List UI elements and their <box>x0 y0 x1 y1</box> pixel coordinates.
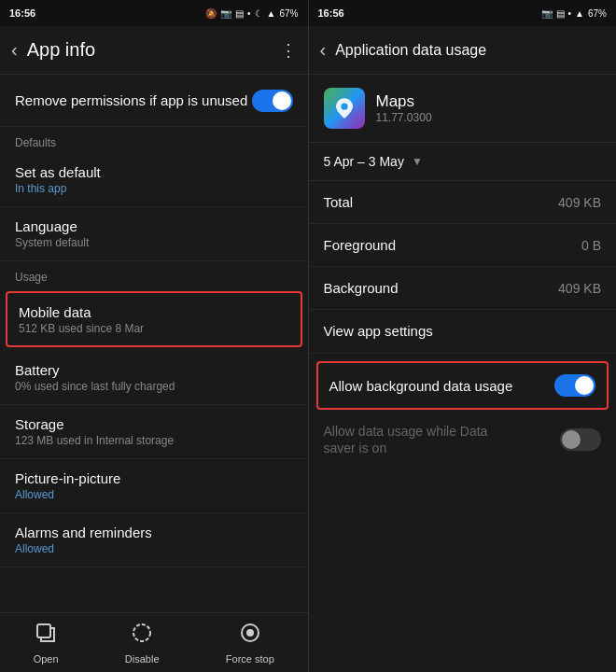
disable-nav-item[interactable]: Disable <box>125 622 160 665</box>
pip-row[interactable]: Picture-in-picture Allowed <box>0 459 308 513</box>
svg-rect-0 <box>37 624 50 637</box>
foreground-data-row: Foreground 0 B <box>309 224 617 267</box>
total-label: Total <box>324 194 354 210</box>
battery-row[interactable]: Battery 0% used since last fully charged <box>0 351 308 405</box>
app-icon <box>324 88 365 129</box>
app-header: Maps 11.77.0300 <box>309 75 617 143</box>
right-panel: 16:56 📷 ▤ • ▲ 67% ‹ Application data usa… <box>309 0 617 672</box>
allow-datasaver-toggle[interactable] <box>560 428 601 451</box>
foreground-value: 0 B <box>581 238 601 253</box>
remove-permissions-toggle[interactable] <box>252 90 293 112</box>
mobile-data-highlighted-box: Mobile data 512 KB used since 8 Mar <box>6 291 302 347</box>
left-time: 16:56 <box>9 7 35 19</box>
set-default-sub: In this app <box>15 182 101 195</box>
right-back-button[interactable]: ‹ <box>320 39 327 61</box>
storage-row[interactable]: Storage 123 MB used in Internal storage <box>0 405 308 459</box>
left-status-bar: 16:56 🔕 📷 ▤ • ☾ ▲ 67% <box>0 0 308 26</box>
disable-icon <box>131 622 153 650</box>
disable-label: Disable <box>125 653 160 665</box>
allow-bg-label: Allow background data usage <box>329 378 513 394</box>
usage-section-header: Usage <box>0 261 308 287</box>
battery-label: Battery <box>15 362 175 378</box>
force-stop-label: Force stop <box>226 653 274 665</box>
right-time: 16:56 <box>318 7 344 19</box>
foreground-label: Foreground <box>324 237 397 253</box>
remove-permissions-label: Remove permissions if app is unused <box>15 92 247 108</box>
allow-bg-highlighted-box: Allow background data usage <box>316 361 609 410</box>
storage-label: Storage <box>15 416 174 432</box>
alarms-row[interactable]: Alarms and reminders Allowed <box>0 513 308 567</box>
set-as-default-row[interactable]: Set as default In this app <box>0 153 308 207</box>
mobile-data-row[interactable]: Mobile data 512 KB used since 8 Mar <box>7 293 301 345</box>
total-data-row: Total 409 KB <box>309 181 617 224</box>
language-label: Language <box>15 218 89 234</box>
force-stop-nav-item[interactable]: Force stop <box>226 622 274 665</box>
force-stop-icon <box>239 622 261 650</box>
right-top-bar: ‹ Application data usage <box>309 26 617 75</box>
more-options-icon[interactable]: ⋮ <box>280 40 297 61</box>
background-label: Background <box>324 280 399 296</box>
open-icon <box>35 622 57 650</box>
right-status-icons: 📷 ▤ • ▲ 67% <box>541 8 607 19</box>
back-button[interactable]: ‹ <box>11 39 18 61</box>
date-range-chevron-icon: ▼ <box>412 155 423 168</box>
allow-datasaver-label: Allow data usage while Data saver is on <box>324 423 511 456</box>
svg-point-1 <box>133 624 150 641</box>
allow-bg-row[interactable]: Allow background data usage <box>318 363 608 408</box>
language-sub: System default <box>15 236 89 249</box>
right-panel-content: Maps 11.77.0300 5 Apr – 3 May ▼ Total 40… <box>309 75 617 672</box>
svg-point-5 <box>341 104 347 110</box>
view-app-settings-row[interactable]: View app settings <box>309 310 617 354</box>
left-page-title: App info <box>27 39 271 61</box>
left-panel-content: Remove permissions if app is unused Defa… <box>0 75 308 612</box>
allow-bg-toggle[interactable] <box>554 374 595 397</box>
pip-label: Picture-in-picture <box>15 470 120 486</box>
open-nav-item[interactable]: Open <box>34 622 59 665</box>
right-page-title: Application data usage <box>335 42 605 59</box>
left-bottom-nav: Open Disable Force stop <box>0 612 308 672</box>
date-range-selector[interactable]: 5 Apr – 3 May ▼ <box>309 143 617 181</box>
mobile-data-sub: 512 KB used since 8 Mar <box>19 322 144 335</box>
mobile-data-label: Mobile data <box>19 304 144 320</box>
date-range-text: 5 Apr – 3 May <box>324 154 404 169</box>
open-label: Open <box>34 653 59 665</box>
left-panel: 16:56 🔕 📷 ▤ • ☾ ▲ 67% ‹ App info ⋮ Remov… <box>0 0 308 672</box>
app-name: Maps <box>376 92 432 111</box>
pip-sub: Allowed <box>15 488 120 501</box>
svg-point-3 <box>247 630 253 636</box>
background-data-row: Background 409 KB <box>309 267 617 310</box>
allow-datasaver-row[interactable]: Allow data usage while Data saver is on <box>309 410 617 469</box>
right-status-bar: 16:56 📷 ▤ • ▲ 67% <box>309 0 617 26</box>
alarms-sub: Allowed <box>15 542 152 555</box>
total-value: 409 KB <box>558 195 601 210</box>
set-default-label: Set as default <box>15 164 101 180</box>
remove-permissions-row[interactable]: Remove permissions if app is unused <box>0 75 308 127</box>
background-value: 409 KB <box>558 281 601 296</box>
left-top-bar: ‹ App info ⋮ <box>0 26 308 75</box>
left-status-icons: 🔕 📷 ▤ • ☾ ▲ 67% <box>205 8 298 19</box>
language-row[interactable]: Language System default <box>0 207 308 261</box>
battery-sub: 0% used since last fully charged <box>15 380 175 393</box>
app-version: 11.77.0300 <box>376 111 432 124</box>
defaults-section-header: Defaults <box>0 127 308 153</box>
alarms-label: Alarms and reminders <box>15 525 152 540</box>
view-settings-label: View app settings <box>324 323 433 339</box>
storage-sub: 123 MB used in Internal storage <box>15 434 174 447</box>
